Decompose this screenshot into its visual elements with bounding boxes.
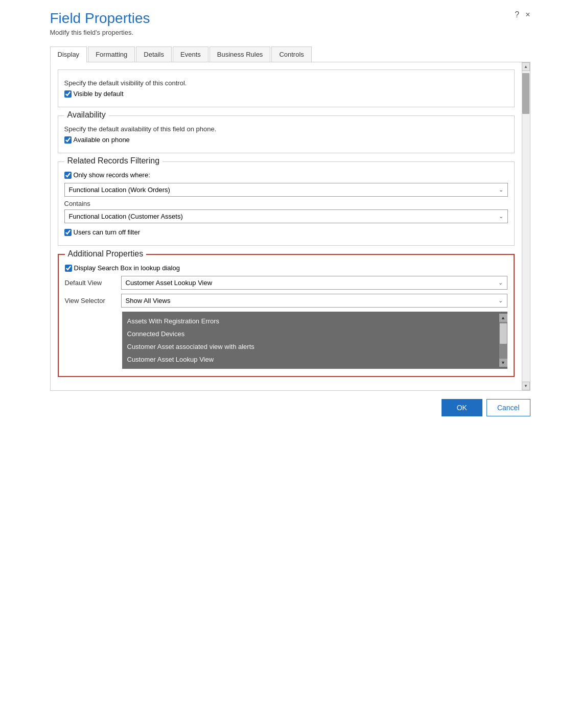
users-turn-off-filter-label: Users can turn off filter [74, 228, 141, 236]
work-orders-chevron-icon: ⌄ [499, 186, 503, 193]
related-records-legend: Related Records Filtering [64, 156, 163, 166]
only-show-records-checkbox[interactable] [64, 172, 72, 179]
customer-assets-dropdown-value: Functional Location (Customer Assets) [69, 213, 183, 220]
additional-properties-section: Additional Properties Display Search Box… [58, 254, 515, 377]
visibility-section: Specify the default visibility of this c… [58, 69, 515, 107]
customer-assets-chevron-icon: ⌄ [499, 213, 503, 220]
tab-formatting[interactable]: Formatting [88, 46, 135, 62]
view-selector-row: View Selector Show All Views ⌄ [65, 294, 507, 308]
visible-by-default-checkbox[interactable] [64, 90, 72, 98]
tab-details[interactable]: Details [136, 46, 172, 62]
display-search-box-label: Display Search Box in lookup dialog [74, 264, 180, 272]
available-on-phone-checkbox[interactable] [64, 136, 72, 144]
main-scrollbar: ▲ ▼ [522, 62, 530, 390]
cancel-button[interactable]: Cancel [486, 399, 530, 416]
views-scrollbar-thumb[interactable] [500, 323, 507, 344]
availability-body: Specify the default availability of this… [64, 125, 508, 144]
field-properties-dialog: Field Properties Modify this field's pro… [45, 0, 536, 432]
dialog-actions: ? × [515, 10, 530, 19]
related-records-body: Only show records where: Functional Loca… [64, 171, 508, 236]
content-area: Specify the default visibility of this c… [50, 62, 530, 391]
dialog-footer: OK Cancel [45, 391, 536, 421]
only-show-records-label: Only show records where: [74, 171, 150, 179]
availability-legend: Availability [64, 110, 109, 120]
view-selector-chevron-icon: ⌄ [498, 297, 503, 304]
display-search-box-row: Display Search Box in lookup dialog [65, 264, 507, 272]
dialog-title: Field Properties [50, 10, 150, 27]
list-item[interactable]: Customer Asset Lookup View [122, 353, 499, 366]
ok-button[interactable]: OK [442, 399, 482, 416]
views-scrollbar-up-button[interactable]: ▲ [499, 314, 507, 322]
availability-desc: Specify the default availability of this… [64, 125, 508, 133]
related-records-section: Related Records Filtering Only show reco… [58, 161, 515, 246]
default-view-chevron-icon: ⌄ [498, 279, 503, 286]
display-search-box-checkbox[interactable] [65, 265, 72, 272]
view-selector-value: Show All Views [126, 297, 171, 304]
views-dropdown-list: Assets With Registration Errors Connecte… [122, 312, 507, 369]
dialog-title-area: Field Properties Modify this field's pro… [50, 10, 150, 36]
tab-controls[interactable]: Controls [271, 46, 311, 62]
close-icon[interactable]: × [525, 10, 530, 19]
only-show-records-row: Only show records where: [64, 171, 508, 179]
tab-business-rules[interactable]: Business Rules [210, 46, 271, 62]
available-on-phone-row: Available on phone [64, 136, 508, 144]
visibility-desc: Specify the default visibility of this c… [64, 79, 508, 87]
default-view-dropdown[interactable]: Customer Asset Lookup View ⌄ [121, 276, 507, 290]
default-view-row: Default View Customer Asset Lookup View … [65, 276, 507, 290]
list-item[interactable]: Assets With Registration Errors [122, 315, 499, 327]
work-orders-dropdown[interactable]: Functional Location (Work Orders) ⌄ [64, 183, 508, 197]
views-list-scrollbar: ▲ ▼ [499, 314, 507, 367]
available-on-phone-label: Available on phone [74, 136, 130, 144]
tab-display[interactable]: Display [50, 46, 87, 62]
default-view-label: Default View [65, 279, 116, 287]
tab-bar: Display Formatting Details Events Busine… [50, 46, 530, 62]
view-selector-label: View Selector [65, 297, 116, 304]
main-scroll-area: Specify the default visibility of this c… [51, 62, 522, 390]
availability-section: Availability Specify the default availab… [58, 115, 515, 153]
views-scrollbar-down-button[interactable]: ▼ [499, 359, 507, 367]
scroll-down-button[interactable]: ▼ [522, 382, 530, 390]
visible-by-default-label: Visible by default [74, 90, 124, 98]
customer-assets-dropdown[interactable]: Functional Location (Customer Assets) ⌄ [64, 209, 508, 223]
scroll-thumb[interactable] [522, 73, 529, 114]
visible-by-default-row: Visible by default [64, 90, 508, 98]
help-icon[interactable]: ? [515, 10, 519, 19]
views-list-items: Assets With Registration Errors Connecte… [122, 314, 499, 367]
additional-properties-body: Display Search Box in lookup dialog Defa… [65, 264, 507, 369]
additional-properties-legend: Additional Properties [65, 249, 147, 259]
views-list-inner: Assets With Registration Errors Connecte… [122, 314, 507, 367]
list-item[interactable]: Connected Devices [122, 327, 499, 340]
scroll-up-button[interactable]: ▲ [522, 62, 530, 71]
dialog-header: Field Properties Modify this field's pro… [45, 10, 536, 36]
tab-events[interactable]: Events [173, 46, 208, 62]
visibility-body: Specify the default visibility of this c… [64, 79, 508, 98]
list-item[interactable]: Customer Asset associated view with aler… [122, 340, 499, 353]
view-selector-dropdown[interactable]: Show All Views ⌄ [121, 294, 507, 308]
views-list-container: Assets With Registration Errors Connecte… [122, 312, 507, 369]
default-view-value: Customer Asset Lookup View [126, 279, 213, 287]
contains-label: Contains [64, 200, 508, 207]
users-turn-off-filter-row: Users can turn off filter [64, 228, 508, 236]
dialog-subtitle: Modify this field's properties. [50, 29, 150, 36]
work-orders-dropdown-value: Functional Location (Work Orders) [69, 186, 170, 194]
users-turn-off-filter-checkbox[interactable] [64, 229, 72, 236]
